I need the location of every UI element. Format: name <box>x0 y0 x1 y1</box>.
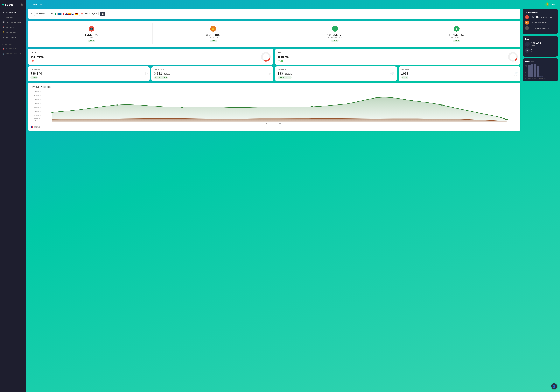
ads-cost-arrow-icon: ↑ <box>89 40 90 42</box>
sidebar-item-label-listings: LISTINGS <box>6 17 14 18</box>
user-avatar[interactable]: 👤 <box>551 383 557 389</box>
bar-fri-fill <box>540 76 541 77</box>
ads-orders-badge: ↑ 52 % · + 1.34 <box>278 76 292 79</box>
sidebar-item-label-campaigns: CAMPAIGNS <box>6 36 17 38</box>
ads-impressions-badge: ↑26 % <box>30 76 38 79</box>
ads-sales-label: ADS SALES <box>209 37 218 39</box>
total-units-value: 1069 <box>401 72 518 76</box>
sidebar-item-dashboard[interactable]: ⊞ DASHBOARD <box>0 10 26 15</box>
svg-text:700: 700 <box>34 95 41 96</box>
ads-sales-icon: ✋ <box>210 26 216 32</box>
chart-legend: Revenue Ads costs <box>31 123 517 125</box>
stat-total-sales: $ 16 132.96€ TOTAL SALES ↑ 39 % <box>396 23 518 44</box>
revenue-chart-card: Revenue / Ads costs 800 700 600 500 400 … <box>28 83 520 131</box>
calendar-icon: 📅 <box>81 13 83 15</box>
total-sales-icon: $ <box>454 26 460 32</box>
sales-analyzer-icon: 📈 <box>2 21 5 23</box>
left-panel: ▼ OVO Yoga 🇮🇹 🇸🇪 🇫🇷 🇳🇱 🇪🇸 🇬🇧 🇩🇪 📅 Last 1 <box>28 9 520 390</box>
impressions-eye-icon: 👁 <box>144 71 148 76</box>
news-acos-icon: ◎ <box>525 20 529 25</box>
tacos-title: TACOS <box>278 52 518 54</box>
user-name: OVO <box>551 3 555 6</box>
logo-dot <box>2 4 4 6</box>
legend-ads-costs: Ads costs <box>275 123 286 125</box>
app-name: datamz <box>5 3 13 6</box>
acos-donut-chart <box>261 52 271 62</box>
chart-dot <box>310 106 314 107</box>
filter-funnel-icon: ▼ <box>31 13 33 15</box>
today-card: Today $ 206.64 € Sales ◎ 8 Orders <box>523 36 558 57</box>
flag-es: 🇪🇸 <box>68 12 71 15</box>
news-item-acos-text: 7 high ACOS keywords <box>530 22 547 23</box>
store-select[interactable]: OVO Yoga <box>34 12 53 16</box>
today-orders-icon: ◎ <box>525 48 530 53</box>
today-title: Today <box>525 38 555 40</box>
tacos-change: + 0.42 <box>278 60 518 62</box>
tacos-card: TACOS 8.88% + 0.42 <box>275 49 520 65</box>
chart-dot <box>245 107 249 108</box>
bar-thu-fill <box>537 66 539 77</box>
user-menu[interactable]: OVO ▾ <box>551 3 557 6</box>
week-card: This week 198 176 154 132 110 88 66 44 2… <box>523 58 558 81</box>
bar-tue-fill <box>531 64 533 77</box>
total-sales-value: 16 132.96€ <box>449 33 464 37</box>
sidebar-main-section: ⊞ DASHBOARD ☰ LISTINGS 📈 SALES ANALYZER … <box>0 9 26 40</box>
total-units-badge: ↑34 % <box>401 76 409 79</box>
today-orders: ◎ 8 Orders <box>525 48 555 53</box>
ads-orders-value: 393 · 10.82% <box>278 72 394 76</box>
revenue-area <box>52 97 507 122</box>
week-y-axis: 198 176 154 132 110 88 66 44 22 0 <box>525 65 527 79</box>
ads-cost-badge: ↑ 39 % <box>88 40 95 42</box>
flag-group: 🇮🇹 🇸🇪 🇫🇷 🇳🇱 🇪🇸 🇬🇧 🇩🇪 <box>55 12 78 15</box>
legend-ads-costs-label: Ads costs <box>279 123 286 125</box>
ads-impressions-title: Ads impressions <box>30 69 147 71</box>
flag-nl: 🇳🇱 <box>65 12 68 15</box>
today-orders-info: 8 Orders <box>531 48 536 53</box>
flag-se: 🇸🇪 <box>58 12 61 15</box>
news-item-non-clicking-text: 317 non clicking keywords <box>530 27 549 29</box>
acos-title: ACOS <box>31 52 270 54</box>
news-card: Last 48h news ▲ 140.07 € lost on 16 keyw… <box>523 9 558 34</box>
listings-icon: ☰ <box>2 16 5 19</box>
ads-cost-value: 1 432.82€ <box>85 33 99 37</box>
organic-sales-badge: ↑ 29 % <box>331 40 339 42</box>
bar-wed-fill <box>534 64 536 77</box>
sidebar-item-campaigns[interactable]: 📢 CAMPAIGNS <box>0 35 26 40</box>
legend-revenue-label: Revenue <box>266 123 273 125</box>
flag-it: 🇮🇹 <box>55 12 58 15</box>
ads-sales-badge: ↑ 61 % <box>210 40 217 42</box>
total-units-card: Total units 1069 ↑34 % 🛒 <box>399 67 520 81</box>
sidebar-item-sales-analyzer[interactable]: 📈 SALES ANALYZER <box>0 20 26 25</box>
filters-bar: ▼ OVO Yoga 🇮🇹 🇸🇪 🇫🇷 🇳🇱 🇪🇸 🇬🇧 🇩🇪 📅 Last 1 <box>28 9 520 19</box>
bar-fri: Fri <box>540 76 541 79</box>
date-range-picker[interactable]: 📅 Last 14 Days ▾ <box>79 12 99 16</box>
bar-sat: Sat <box>541 76 543 79</box>
stat-ads-sales: ✋ 5 798.89€ ADS SALES ↑ 61 % <box>152 23 274 44</box>
chart-dot <box>51 112 54 113</box>
user-chevron-icon: ▾ <box>555 3 557 6</box>
save-filter-button[interactable]: 💾 <box>100 12 105 16</box>
ads-orders-title: Ads orders · CVR <box>278 69 394 71</box>
sidebar-logo: datamz ✕ <box>0 2 26 9</box>
tacos-donut-chart <box>508 52 518 62</box>
stat-ads-cost: 📺 1 432.82€ ADS COST ↑ 39 % <box>31 23 152 44</box>
keywords-icon: 🔑 <box>2 31 5 33</box>
sidebar-item-listings[interactable]: ☰ LISTINGS <box>0 15 26 20</box>
bar-mon: Mon <box>528 65 531 79</box>
today-sales-info: 206.64 € Sales <box>531 42 541 47</box>
sidebar-item-keywords[interactable]: 🔑 KEYWORDS <box>0 30 26 35</box>
stat-organic-sales: ⬇ 10 334.07€ ORGANIC SALES ↑ 29 % <box>274 23 396 44</box>
acos-value: 24.71% <box>31 55 270 59</box>
footer-flag: 🇫🇷 <box>31 126 33 128</box>
sidebar-item-label-my-targets: MY TARGETS <box>6 48 17 49</box>
sidebar: datamz ✕ ⊞ DASHBOARD ☰ LISTINGS 📈 SALES … <box>0 0 26 392</box>
clicks-badge: ↑ 33 % · + 0.03 <box>154 76 168 79</box>
sidebar-close-button[interactable]: ✕ <box>20 3 23 6</box>
sidebar-item-reports[interactable]: 📅 REPORTS <box>0 25 26 30</box>
stats-card: 📺 1 432.82€ ADS COST ↑ 39 % ✋ 5 798.89€ <box>28 20 520 47</box>
ads-sales-value: 5 798.89€ <box>206 33 220 37</box>
clicks-value: 3 631 · 0.46% <box>154 72 270 76</box>
today-sales-value: 206.64 € <box>531 42 541 45</box>
organic-sales-label: ORGANIC SALES <box>328 37 342 39</box>
acos-tacos-row: ACOS 24.71% - 4.04 TACOS 8.88% + 0.42 <box>28 49 520 65</box>
